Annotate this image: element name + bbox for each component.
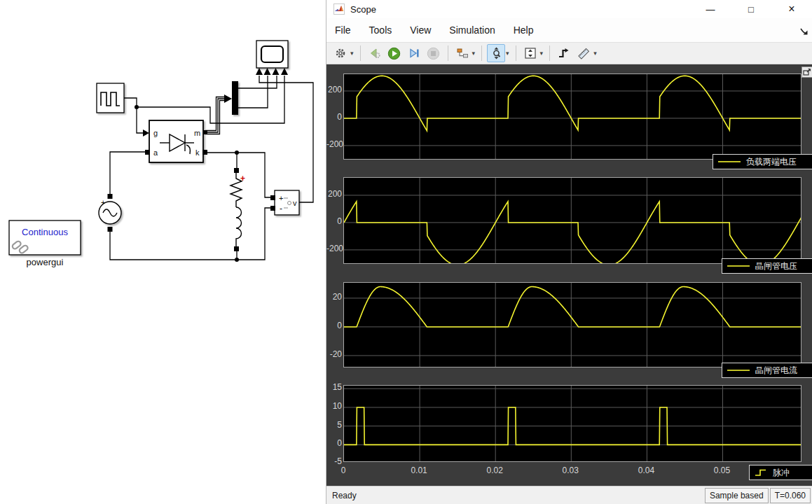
scope-axes-1[interactable] <box>343 74 801 160</box>
ac-port-bottom <box>108 227 113 232</box>
x-tick-label: 0.04 <box>631 465 661 475</box>
inductor-icon <box>236 207 242 246</box>
vm-minus-label: - <box>280 204 282 214</box>
x-tick-label: 0.02 <box>479 465 510 475</box>
y-tick-label: 0 <box>326 321 342 330</box>
vm-out-label: v <box>293 199 297 207</box>
demux-block[interactable] <box>232 81 238 115</box>
waveform-1 <box>344 76 801 130</box>
maximize-button[interactable]: □ <box>731 0 771 18</box>
vm-port-minus <box>270 206 275 211</box>
port-label-k: k <box>195 148 200 157</box>
fit-to-view-caret[interactable]: ▾ <box>540 50 544 57</box>
simulink-model-canvas[interactable]: g a m k + + <box>0 0 326 504</box>
legend-2[interactable]: 晶闸管电压 <box>722 258 812 274</box>
waveform-3 <box>344 287 801 327</box>
port-label-m: m <box>194 129 200 137</box>
status-sample-mode: Sample based <box>705 488 769 503</box>
scope-axes-4[interactable] <box>343 385 801 462</box>
x-tick-label: 0 <box>328 465 359 475</box>
y-tick-label: 0 <box>326 112 342 122</box>
signal-wires <box>110 76 313 260</box>
y-tick-label: -20 <box>326 349 342 359</box>
y-tick-label: 200 <box>326 85 342 94</box>
signal-selector-caret[interactable]: ▾ <box>472 50 476 57</box>
vm-plus-label: + <box>279 194 283 202</box>
title-bar[interactable]: Scope — □ × <box>326 0 812 18</box>
scope-overlay-button[interactable] <box>801 66 812 78</box>
measurements-caret[interactable]: ▾ <box>593 50 597 57</box>
x-tick-label: 0.01 <box>404 465 434 475</box>
signal-selector-button[interactable] <box>453 44 472 62</box>
minimize-button[interactable]: — <box>690 0 731 18</box>
close-button[interactable]: × <box>771 0 812 18</box>
legend-line-glyph <box>717 158 741 166</box>
powergui-mode-text: Continuous <box>22 227 68 237</box>
menu-help[interactable]: Help <box>514 24 534 36</box>
legend-step-glyph <box>754 468 768 477</box>
status-sim-time: T=0.060 <box>770 488 811 503</box>
menu-view[interactable]: View <box>410 24 431 36</box>
series-rlc-branch-block[interactable]: + <box>230 168 245 251</box>
port-label-a: a <box>153 148 158 157</box>
waveform-2 <box>344 202 801 264</box>
legend-4[interactable]: 脉冲 <box>749 465 812 480</box>
status-bar: Ready Sample based T=0.060 <box>326 486 812 504</box>
step-back-button[interactable] <box>366 44 384 62</box>
stop-button[interactable] <box>425 44 443 62</box>
measurements-ruler-button[interactable] <box>574 44 593 62</box>
scope-window: Scope — □ × File Tools View Simulation H… <box>326 0 812 504</box>
dock-arrow-icon[interactable] <box>800 27 809 39</box>
port-label-g: g <box>153 129 158 137</box>
menu-file[interactable]: File <box>335 24 351 36</box>
scope-plot-area[interactable]: 2000-200负载两端电压2000-200晶闸管电压200-20晶闸管电流15… <box>326 64 812 486</box>
y-tick-label: 200 <box>326 189 342 199</box>
y-tick-label: -5 <box>326 456 342 466</box>
legend-line-glyph <box>727 366 750 374</box>
y-tick-label: 0 <box>326 216 342 226</box>
settings-gear-button[interactable] <box>331 44 350 62</box>
toolbar: ▾ ▾ ▾ <box>326 42 812 64</box>
menu-simulation[interactable]: Simulation <box>449 24 495 36</box>
ac-voltage-source-block[interactable]: + <box>99 194 121 232</box>
demux-input-arrow <box>224 94 232 103</box>
legend-line-glyph <box>727 262 750 270</box>
settings-dropdown-caret[interactable]: ▾ <box>350 50 354 57</box>
trigger-button[interactable] <box>555 44 573 62</box>
zoom-button[interactable] <box>487 44 505 62</box>
legend-3[interactable]: 晶闸管电流 <box>722 363 812 378</box>
ac-plus-label: + <box>101 198 105 206</box>
fit-to-view-button[interactable] <box>521 44 539 62</box>
x-tick-label: 0.05 <box>706 465 737 475</box>
pulse-generator-block[interactable] <box>97 83 124 113</box>
powergui-block-name: powergui <box>27 257 64 267</box>
scope-axes-3[interactable] <box>343 282 801 368</box>
ac-port-top <box>108 194 113 199</box>
window-title: Scope <box>350 4 376 15</box>
port-a <box>145 150 150 155</box>
menu-bar: File Tools View Simulation Help <box>326 18 812 42</box>
voltage-measurement-block[interactable]: + - v <box>270 190 299 215</box>
y-tick-label: 5 <box>326 420 342 430</box>
thyristor-block[interactable]: g a m k <box>145 120 207 162</box>
menu-tools[interactable]: Tools <box>369 24 392 36</box>
rlc-port-top <box>234 168 239 173</box>
zoom-dropdown-caret[interactable]: ▾ <box>506 50 509 57</box>
y-tick-label: -200 <box>326 139 342 149</box>
port-m <box>203 130 207 134</box>
y-tick-label: -200 <box>326 244 342 253</box>
y-tick-label: 0 <box>326 438 342 448</box>
status-text: Ready <box>332 491 705 500</box>
legend-1[interactable]: 负载两端电压 <box>713 154 812 169</box>
scope-axes-2[interactable] <box>343 177 801 264</box>
scope-block[interactable] <box>256 41 288 75</box>
screen: g a m k + + <box>0 0 812 504</box>
port-k <box>202 150 207 155</box>
powergui-block[interactable]: Continuous powergui <box>9 220 81 267</box>
x-tick-label: 0.03 <box>555 465 586 475</box>
legend-label: 晶闸管电压 <box>755 260 797 272</box>
step-forward-button[interactable] <box>405 44 423 62</box>
matlab-icon <box>333 4 345 15</box>
vm-port-plus <box>270 195 275 200</box>
run-button[interactable] <box>385 44 404 62</box>
